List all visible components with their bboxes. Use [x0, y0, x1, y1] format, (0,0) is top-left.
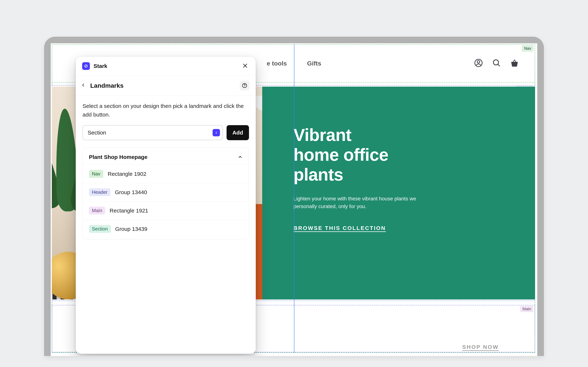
svg-point-2 [493, 60, 499, 65]
shop-now-link[interactable]: SHOP NOW [462, 344, 499, 350]
stark-panel: Stark Landmarks Select a section on your… [76, 57, 256, 354]
chevron-up-icon [238, 155, 242, 159]
landmark-tag: Section [89, 225, 111, 233]
back-button[interactable] [80, 81, 86, 90]
landmarks-group-title: Plant Shop Homepage [89, 154, 147, 160]
landmark-tag: Nav [89, 170, 103, 178]
landmark-layer-name: Rectangle 1921 [110, 208, 148, 214]
nav-link[interactable]: e tools [267, 60, 287, 67]
panel-brand: Stark [94, 63, 107, 69]
stark-logo-icon [82, 62, 90, 70]
landmark-item[interactable]: HeaderGroup 13440 [83, 183, 249, 201]
add-button[interactable]: Add [226, 125, 249, 140]
svg-point-1 [477, 60, 480, 63]
panel-title: Landmarks [90, 82, 123, 89]
svg-line-5 [85, 65, 87, 67]
device-frame: Plant Shop Homepage Nav e tools Gifts [44, 37, 544, 356]
hero-copy: Vibrant home office plants Lighten your … [262, 87, 535, 300]
landmark-select-value: Section [88, 130, 106, 136]
nav-link[interactable]: Gifts [307, 60, 321, 67]
landmark-layer-name: Rectangle 1902 [108, 171, 146, 177]
landmark-tag: Header [89, 188, 111, 196]
landmarks-card: Plant Shop Homepage NavRectangle 1902Hea… [83, 148, 249, 239]
landmark-tag: Main [89, 207, 105, 215]
landmark-layer-name: Group 13440 [115, 189, 147, 195]
landmarks-card-header[interactable]: Plant Shop Homepage [83, 150, 249, 165]
region-tag-main: Main [520, 306, 533, 312]
stepper-icon [213, 129, 220, 136]
svg-line-3 [498, 64, 500, 66]
landmark-item[interactable]: MainRectangle 1921 [83, 201, 249, 220]
search-icon[interactable] [492, 58, 501, 68]
svg-point-9 [244, 86, 245, 87]
close-button[interactable] [241, 61, 249, 71]
design-viewport: Plant Shop Homepage Nav e tools Gifts [51, 43, 537, 356]
landmark-item[interactable]: NavRectangle 1902 [83, 165, 249, 183]
help-button[interactable] [240, 81, 249, 90]
basket-icon[interactable] [510, 58, 519, 68]
account-icon[interactable] [474, 58, 483, 68]
hero-cta-link[interactable]: BROWSE THIS COLLECTION [294, 225, 386, 231]
landmark-item[interactable]: SectionGroup 13439 [83, 220, 249, 238]
panel-hint: Select a section on your design then pic… [83, 102, 249, 119]
hero-subtitle: Lighten your home with these vibrant hou… [294, 195, 426, 210]
landmark-select[interactable]: Section [83, 125, 223, 140]
landmark-layer-name: Group 13439 [115, 226, 147, 232]
hero-title: Vibrant home office plants [294, 125, 504, 185]
